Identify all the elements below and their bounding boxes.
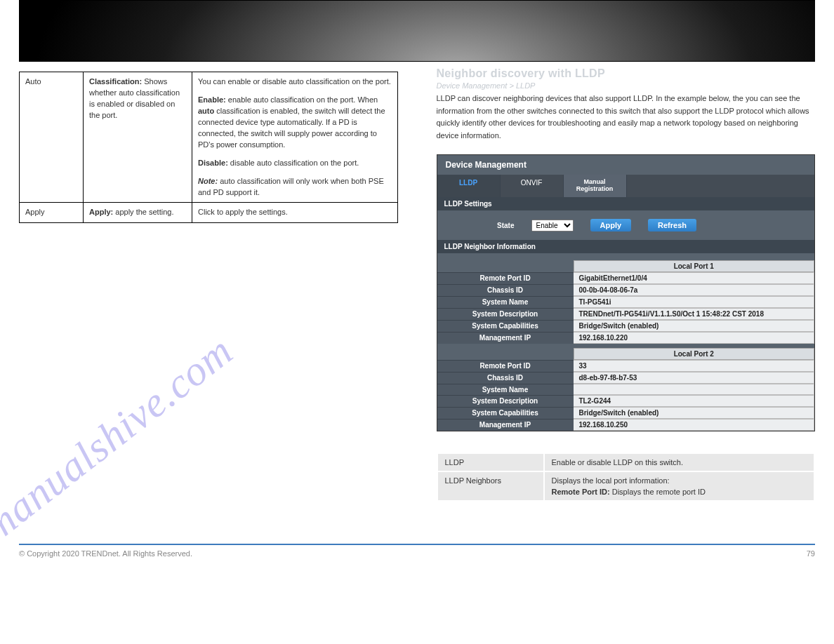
val: d8-eb-97-f8-b7-53 (574, 372, 815, 384)
key-chassis-id: Chassis ID (437, 372, 574, 384)
local-port-1-block: Local Port 1 Remote Port IDGigabitEthern… (437, 260, 815, 344)
param-name-cell: Auto (20, 72, 84, 203)
header-banner (19, 0, 815, 62)
tab-onvif[interactable]: ONVIF (501, 175, 564, 197)
key-system-name: System Name (437, 296, 574, 308)
key-management-ip: Management IP (437, 332, 574, 344)
key-remote-port-id: Remote Port ID (437, 272, 574, 284)
local-port-1-header: Local Port 1 (574, 260, 815, 272)
main-content: manualshive.com Auto Classification: Sho… (0, 62, 834, 502)
val: TRENDnet/TI-PG541i/V1.1.1.S0/Oct 1 15:48… (574, 308, 815, 320)
tab-manual-registration[interactable]: Manual Registration (564, 175, 627, 197)
key-system-name: System Name (437, 384, 574, 395)
footer-page-number: 79 (787, 549, 815, 558)
left-column: manualshive.com Auto Classification: Sho… (19, 62, 398, 502)
footer-copyright: © Copyright 2020 TRENDnet. All Rights Re… (19, 549, 192, 558)
refresh-button[interactable]: Refresh (648, 219, 696, 232)
val: TL2-G244 (574, 395, 815, 407)
label-note: Note: (198, 177, 218, 185)
label-apply: Apply: (89, 208, 113, 216)
param-name-cell: Apply (20, 203, 84, 223)
val: Bridge/Switch (enabled) (574, 320, 815, 332)
panel-title: Device Management (437, 155, 815, 175)
cell-lldp-desc: Enable or disable LLDP on this switch. (545, 454, 814, 471)
section-lldp-neighbor: LLDP Neighbor Information (437, 240, 815, 253)
summary-table: LLDP Enable or disable LLDP on this swit… (437, 452, 816, 502)
section-description: LLDP can discover neighboring devices th… (437, 93, 816, 142)
label-enable: Enable: (198, 95, 226, 104)
tab-row: LLDP ONVIF Manual Registration (437, 175, 815, 197)
text: disable auto classification on the port. (228, 159, 359, 167)
apply-button[interactable]: Apply (590, 219, 632, 232)
label-remote-port-id: Remote Port ID: (552, 488, 610, 496)
val: TI-PG541i (574, 296, 815, 308)
local-port-2-block: Local Port 2 Remote Port ID33 Chassis ID… (437, 348, 815, 431)
parameter-table: Auto Classification: Shows whether auto … (19, 72, 398, 223)
breadcrumb: Device Management > LLDP (437, 81, 816, 90)
local-port-2-header: Local Port 2 (574, 348, 815, 360)
val: 33 (574, 360, 815, 372)
cell-lldp-neighbors: LLDP Neighbors (438, 472, 543, 500)
param-desc-cell: Apply: apply the setting. (84, 203, 192, 223)
label-classification: Classification: (89, 77, 142, 86)
text: auto classification will only work when … (198, 177, 384, 196)
key-system-description: System Description (437, 395, 574, 407)
right-column: Neighbor discovery with LLDP Device Mana… (437, 62, 816, 502)
key-system-capabilities: System Capabilities (437, 407, 574, 419)
text: classification is enabled, the switch wi… (198, 107, 385, 149)
key-chassis-id: Chassis ID (437, 284, 574, 296)
tab-lldp[interactable]: LLDP (437, 175, 501, 197)
label-disable: Disable: (198, 159, 228, 167)
section-heading: Neighbor discovery with LLDP (437, 67, 816, 80)
lldp-state-row: State Enable Apply Refresh (437, 210, 815, 240)
val: Bridge/Switch (enabled) (574, 407, 815, 419)
cell-lldp-neighbors-desc: Displays the local port information: Rem… (545, 472, 814, 500)
param-detail-cell: You can enable or disable auto classific… (192, 72, 398, 203)
val: 192.168.10.250 (574, 419, 815, 431)
section-lldp-settings: LLDP Settings (437, 197, 815, 210)
text: Displays the remote port ID (612, 488, 706, 496)
param-detail-cell: Click to apply the settings. (192, 203, 398, 223)
text: Displays the local port information: (552, 476, 807, 485)
key-system-description: System Description (437, 308, 574, 320)
text: apply the setting. (113, 208, 173, 216)
state-select[interactable]: Enable (531, 220, 574, 232)
val: GigabitEthernet1/0/4 (574, 272, 815, 284)
state-label: State (472, 222, 515, 229)
text: enable auto classification on the port. … (226, 95, 378, 104)
key-management-ip: Management IP (437, 419, 574, 431)
device-management-panel: Device Management LLDP ONVIF Manual Regi… (437, 154, 816, 431)
param-desc-cell: Classification: Shows whether auto class… (84, 72, 192, 203)
val (574, 384, 815, 395)
label-auto: auto (198, 107, 214, 115)
val: 00-0b-04-08-06-7a (574, 284, 815, 296)
key-system-capabilities: System Capabilities (437, 320, 574, 332)
page-footer: © Copyright 2020 TRENDnet. All Rights Re… (19, 544, 815, 558)
text: You can enable or disable auto classific… (198, 76, 392, 88)
val: 192.168.10.220 (574, 332, 815, 344)
cell-lldp: LLDP (438, 454, 543, 471)
key-remote-port-id: Remote Port ID (437, 360, 574, 372)
